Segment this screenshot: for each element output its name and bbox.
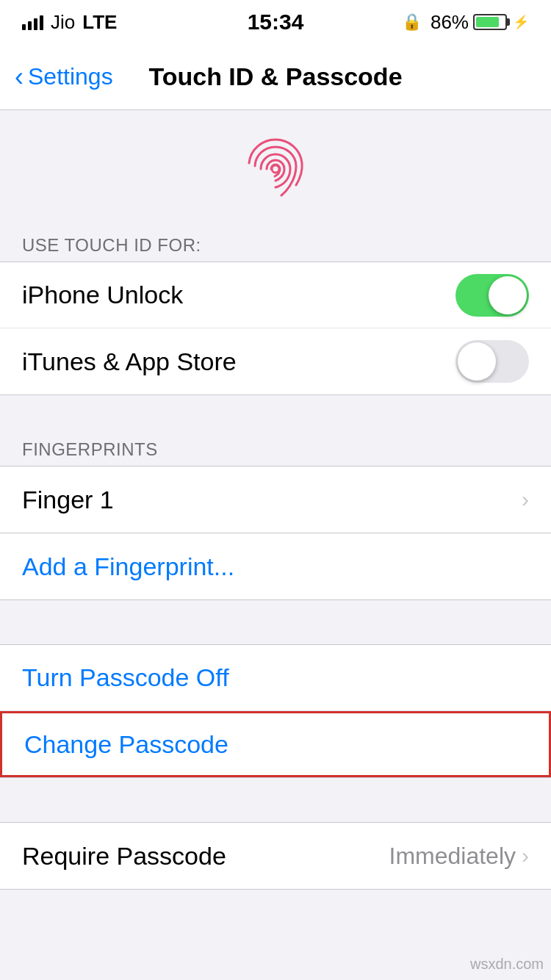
change-passcode-label: Change Passcode: [24, 730, 228, 759]
battery-container: 86% ⚡: [431, 11, 529, 34]
spacer-1: [0, 395, 551, 432]
require-passcode-group: Require Passcode Immediately ›: [0, 822, 551, 890]
add-fingerprint-group: Add a Fingerprint...: [0, 533, 551, 600]
require-passcode-row[interactable]: Require Passcode Immediately ›: [0, 823, 551, 889]
battery-fill: [476, 17, 499, 27]
page-title: Touch ID & Passcode: [148, 62, 402, 91]
spacer-3: [0, 778, 551, 822]
network-label: LTE: [82, 11, 117, 34]
fingerprint-hero: [0, 110, 551, 228]
status-left: Jio LTE: [22, 11, 117, 34]
spacer-2: [0, 600, 551, 644]
change-passcode-row[interactable]: Change Passcode: [0, 711, 551, 777]
turn-passcode-off-row[interactable]: Turn Passcode Off: [0, 645, 551, 711]
require-passcode-value: Immediately ›: [389, 843, 530, 870]
finger1-label: Finger 1: [22, 486, 114, 514]
charging-icon: ⚡: [513, 14, 529, 30]
watermark: wsxdn.com: [470, 956, 544, 973]
back-chevron-icon: ‹: [15, 62, 24, 93]
require-passcode-value-text: Immediately: [389, 843, 516, 870]
status-bar: Jio LTE 15:34 🔒 86% ⚡: [0, 0, 551, 44]
itunes-appstore-label: iTunes & App Store: [22, 347, 237, 376]
back-label: Settings: [28, 63, 113, 90]
chevron-right-icon: ›: [522, 487, 529, 512]
lock-icon: 🔒: [402, 12, 422, 32]
iphone-unlock-toggle[interactable]: [455, 274, 529, 317]
carrier-label: Jio: [51, 11, 75, 34]
fingerprints-section-header: FINGERPRINTS: [0, 432, 551, 466]
signal-bars-icon: [22, 14, 43, 30]
add-fingerprint-row[interactable]: Add a Fingerprint...: [0, 533, 551, 599]
fingerprint-icon: [239, 132, 312, 206]
fingerprints-group: Finger 1 ›: [0, 466, 551, 533]
nav-bar: ‹ Settings Touch ID & Passcode: [0, 44, 551, 110]
status-right: 🔒 86% ⚡: [402, 11, 529, 34]
add-fingerprint-label: Add a Fingerprint...: [22, 552, 234, 581]
toggle-thumb: [489, 276, 527, 314]
turn-passcode-off-label: Turn Passcode Off: [22, 663, 229, 692]
itunes-appstore-toggle[interactable]: [455, 340, 529, 383]
back-button[interactable]: ‹ Settings: [0, 62, 128, 93]
battery-icon: [473, 14, 507, 30]
finger1-row[interactable]: Finger 1 ›: [0, 466, 551, 533]
toggle-thumb-2: [458, 342, 496, 381]
battery-percent: 86%: [431, 11, 469, 34]
touch-id-group: iPhone Unlock iTunes & App Store: [0, 262, 551, 395]
touch-id-section-header: USE TOUCH ID FOR:: [0, 228, 551, 262]
require-passcode-chevron-icon: ›: [522, 843, 529, 868]
iphone-unlock-row: iPhone Unlock: [0, 262, 551, 328]
require-passcode-label: Require Passcode: [22, 842, 226, 871]
itunes-appstore-row: iTunes & App Store: [0, 328, 551, 394]
passcode-group: Turn Passcode Off Change Passcode: [0, 644, 551, 778]
status-time: 15:34: [248, 10, 304, 35]
iphone-unlock-label: iPhone Unlock: [22, 281, 183, 309]
